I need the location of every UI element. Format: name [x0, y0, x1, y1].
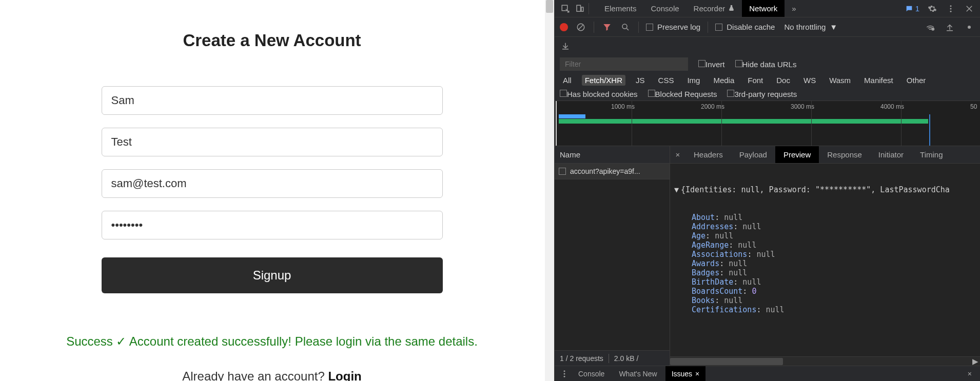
has-blocked-cookies-checkbox[interactable]: Has blocked cookies [560, 90, 638, 98]
filter-type-doc[interactable]: Doc [773, 75, 793, 86]
preview-property: Associations: null [674, 250, 976, 259]
detail-tab-headers[interactable]: Headers [685, 146, 731, 163]
filter-type-js[interactable]: JS [633, 75, 648, 86]
filter-type-css[interactable]: CSS [655, 75, 677, 86]
import-har-icon[interactable] [944, 22, 955, 33]
svg-point-9 [564, 370, 565, 372]
response-preview[interactable]: ▼{Identities: null, Password: "*********… [670, 164, 980, 356]
close-devtools-icon[interactable] [964, 3, 975, 14]
kebab-menu-icon[interactable] [945, 3, 956, 14]
first-name-input[interactable] [102, 86, 443, 115]
preview-property: Addresses: null [674, 222, 976, 231]
svg-point-4 [950, 8, 952, 9]
third-party-requests-checkbox[interactable]: 3rd-party requests [727, 90, 797, 98]
network-timeline[interactable]: 1000 ms 2000 ms 3000 ms 4000 ms 50 [555, 101, 980, 146]
drawer-tab-issues[interactable]: Issues × [665, 366, 706, 381]
horizontal-scrollbar[interactable]: ▶ [670, 356, 980, 366]
email-input[interactable] [102, 169, 443, 198]
blocked-requests-checkbox[interactable]: Blocked Requests [648, 90, 717, 98]
drawer-tab-console[interactable]: Console [572, 366, 611, 381]
filter-type-font[interactable]: Font [744, 75, 766, 86]
tab-network[interactable]: Network [742, 0, 785, 17]
filter-toggle-icon[interactable] [601, 22, 613, 33]
separator [708, 22, 708, 33]
request-detail-pane: × HeadersPayloadPreviewResponseInitiator… [670, 146, 980, 366]
last-name-input[interactable] [102, 128, 443, 156]
settings-gear-icon[interactable] [927, 3, 938, 14]
network-conditions-icon[interactable] [925, 22, 936, 33]
filter-type-manifest[interactable]: Manifest [861, 75, 896, 86]
request-list-header[interactable]: Name [555, 146, 670, 164]
tab-recorder-label: Recorder [694, 4, 726, 13]
export-har-icon[interactable] [560, 40, 571, 51]
timeline-bar-green [559, 119, 928, 124]
clear-icon[interactable] [575, 22, 586, 33]
filter-type-media[interactable]: Media [710, 75, 737, 86]
invert-checkbox[interactable]: Invert [698, 60, 725, 69]
throttling-dropdown[interactable]: No throttling ▼ [784, 23, 837, 31]
issues-badge[interactable]: 1 [905, 4, 919, 13]
disable-cache-checkbox[interactable]: Disable cache [715, 23, 775, 31]
tab-more[interactable]: » [785, 0, 803, 17]
close-tab-icon[interactable]: × [695, 370, 699, 378]
hide-data-urls-checkbox[interactable]: Hide data URLs [735, 60, 797, 69]
filter-type-other[interactable]: Other [904, 75, 929, 86]
detail-tab-preview[interactable]: Preview [775, 146, 819, 163]
tab-elements[interactable]: Elements [597, 0, 644, 17]
timeline-tick: 50 [970, 103, 977, 110]
filter-type-img[interactable]: Img [684, 75, 703, 86]
request-row[interactable]: account?apikey=a9f... [555, 164, 670, 179]
login-link[interactable]: Login [328, 369, 361, 381]
preserve-log-label: Preserve log [657, 23, 700, 31]
request-checkbox[interactable] [559, 168, 566, 175]
detail-tab-payload[interactable]: Payload [731, 146, 775, 163]
filter-input[interactable] [560, 57, 688, 71]
tab-recorder[interactable]: Recorder [687, 0, 742, 17]
close-drawer-icon[interactable]: × [964, 370, 976, 378]
filter-type-wasm[interactable]: Wasm [826, 75, 854, 86]
filter-type-ws[interactable]: WS [800, 75, 819, 86]
detail-tab-timing[interactable]: Timing [912, 146, 951, 163]
page-scrollbar-thumb[interactable] [546, 0, 553, 13]
detail-tab-response[interactable]: Response [819, 146, 870, 163]
preview-property: BirthDate: null [674, 277, 976, 287]
svg-point-3 [950, 5, 952, 7]
page-scrollbar[interactable] [545, 0, 554, 381]
network-settings-gear-icon[interactable] [964, 22, 975, 33]
separator [594, 22, 594, 33]
signup-button[interactable]: Signup [102, 257, 443, 293]
detail-tab-initiator[interactable]: Initiator [870, 146, 912, 163]
network-main: Name account?apikey=a9f... 1 / 2 request… [555, 146, 980, 366]
preview-property: AgeRange: null [674, 240, 976, 250]
inspect-element-icon[interactable] [560, 3, 571, 14]
preserve-log-checkbox[interactable]: Preserve log [646, 23, 700, 31]
separator [638, 22, 639, 33]
scroll-right-icon[interactable]: ▶ [971, 357, 980, 366]
filter-type-all[interactable]: All [560, 75, 575, 86]
drawer-tab-whats-new[interactable]: What's New [613, 366, 663, 381]
devtools-drawer: Console What's New Issues × × [555, 366, 980, 381]
svg-point-11 [564, 375, 565, 377]
request-count: 1 / 2 requests [560, 354, 603, 363]
success-prefix: Success [66, 334, 113, 349]
login-prompt: Already have an account? Login [182, 369, 362, 381]
timeline-marker [929, 114, 930, 146]
horizontal-scrollbar-thumb[interactable] [670, 358, 783, 365]
throttling-label: No throttling [784, 23, 826, 31]
blocked-requests-label: Blocked Requests [655, 90, 717, 98]
toggle-device-icon[interactable] [574, 3, 585, 14]
expand-collapse-icon[interactable]: ▼ [674, 185, 679, 194]
record-button[interactable] [560, 23, 568, 31]
password-input[interactable] [102, 211, 443, 239]
separator [589, 3, 589, 14]
has-blocked-cookies-label: Has blocked cookies [567, 90, 638, 98]
third-party-label: 3rd-party requests [734, 90, 797, 98]
filter-type-fetchxhr[interactable]: Fetch/XHR [582, 75, 625, 86]
search-icon[interactable] [620, 22, 631, 33]
drawer-tab-issues-label: Issues [672, 370, 692, 378]
tab-console[interactable]: Console [644, 0, 687, 17]
timeline-caret[interactable] [556, 101, 557, 146]
request-transfer: 2.0 kB / [614, 354, 638, 363]
drawer-menu-icon[interactable] [559, 368, 570, 379]
close-detail-icon[interactable]: × [670, 150, 685, 159]
